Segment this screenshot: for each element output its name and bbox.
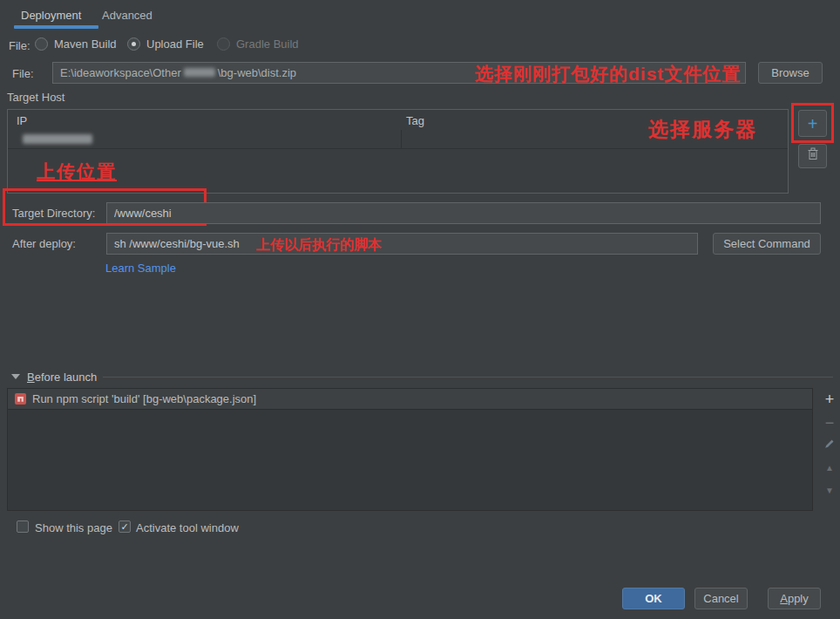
active-tab-indicator (14, 25, 98, 29)
file-path-suffix: \bg-web\dist.zip (218, 66, 296, 79)
activate-tool-window-checkbox[interactable] (119, 520, 131, 533)
show-this-page-label: Show this page (35, 521, 112, 534)
redacted-ip-value (23, 134, 92, 144)
file-path-label: File: (12, 67, 34, 80)
apply-button[interactable]: Apply (768, 588, 821, 609)
move-up-icon[interactable]: ▲ (821, 460, 838, 478)
radio-label: Gradle Build (236, 37, 299, 51)
column-header-tag: Tag (406, 114, 424, 127)
activate-tool-window-label: Activate tool window (136, 521, 239, 534)
select-command-button[interactable]: Select Command (713, 233, 821, 255)
tab-deployment[interactable]: Deployment (21, 9, 81, 22)
cancel-button[interactable]: Cancel (694, 588, 748, 609)
annotation-upload-location: 上传位置 (37, 160, 117, 184)
remove-task-icon[interactable]: − (821, 415, 838, 432)
annotation-select-server: 选择服务器 (648, 116, 757, 143)
learn-sample-link[interactable]: Learn Sample (105, 262, 176, 275)
radio-maven-build[interactable]: Maven Build (35, 37, 117, 51)
task-label: Run npm script 'build' [bg-web\package.j… (32, 392, 256, 405)
file-type-label: File: (9, 39, 30, 52)
column-divider (401, 130, 402, 148)
show-this-page-checkbox[interactable] (17, 520, 29, 533)
annotation-after-deploy-script: 上传以后执行的脚本 (256, 236, 382, 255)
redacted-path-segment (184, 68, 215, 77)
plus-icon: + (808, 114, 818, 133)
add-task-icon[interactable]: + (821, 391, 838, 408)
target-directory-input[interactable] (106, 202, 821, 224)
tab-advanced[interactable]: Advanced (102, 9, 152, 22)
after-deploy-label: After deploy: (12, 237, 76, 250)
add-host-button[interactable]: + (798, 110, 827, 137)
ok-button[interactable]: OK (622, 588, 685, 609)
annotation-dist-location: 选择刚刚打包好的dist文件位置 (475, 62, 741, 86)
trash-icon (807, 146, 819, 167)
after-deploy-input[interactable] (106, 233, 698, 255)
deployment-config-dialog: Deployment Advanced File: Maven Build Up… (0, 0, 840, 619)
radio-upload-file[interactable]: Upload File (127, 37, 204, 51)
radio-icon (217, 37, 230, 51)
section-divider (103, 377, 833, 378)
before-launch-label: Before launch (27, 371, 97, 384)
radio-gradle-build: Gradle Build (217, 37, 299, 51)
before-launch-collapse-icon[interactable] (11, 374, 20, 379)
npm-icon (15, 393, 26, 405)
edit-task-icon[interactable] (821, 438, 838, 455)
radio-label: Upload File (146, 37, 204, 51)
target-directory-label: Target Directory: (12, 207, 95, 220)
radio-icon (127, 37, 140, 51)
before-launch-task-list: Run npm script 'build' [bg-web\package.j… (7, 388, 813, 511)
browse-button[interactable]: Browse (758, 62, 823, 84)
column-header-ip: IP (17, 114, 27, 127)
radio-icon (35, 37, 48, 51)
radio-label: Maven Build (54, 37, 117, 51)
target-host-label: Target Host (7, 91, 64, 104)
delete-host-button[interactable] (798, 144, 827, 168)
move-down-icon[interactable]: ▼ (821, 483, 838, 500)
file-path-prefix: E:\ideaworkspace\Other (60, 66, 181, 79)
task-row-npm-build[interactable]: Run npm script 'build' [bg-web\package.j… (8, 389, 812, 410)
